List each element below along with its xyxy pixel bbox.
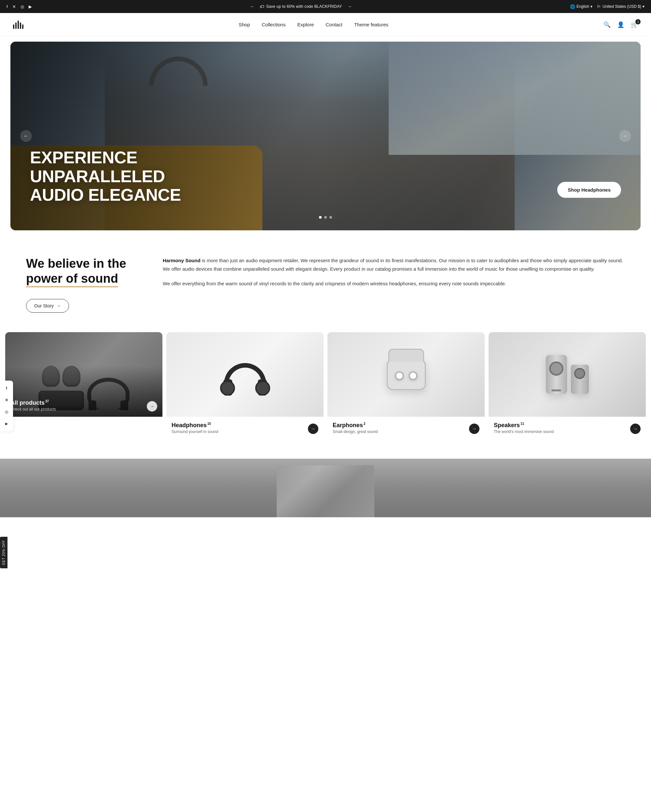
hero-dots bbox=[319, 216, 332, 218]
promo-icon: 🏷 bbox=[260, 4, 264, 9]
earphones-info: Earphones2 Small design, great sound → bbox=[327, 417, 484, 439]
headphones-text: Headphones15 Surround yourself in sound bbox=[171, 422, 218, 434]
earphones-bottom: Earphones2 Small design, great sound → bbox=[333, 422, 480, 434]
search-icon: 🔍 bbox=[604, 21, 611, 28]
headphones-bottom: Headphones15 Surround yourself in sound … bbox=[171, 422, 318, 434]
hero-title: EXPERIENCE UNPARALLELED AUDIO ELEGANCE bbox=[30, 148, 193, 204]
promo-text: Save up to 60% with code BLACKFRIDAY bbox=[266, 4, 342, 9]
belief-paragraph-2: We offer everything from the warm sound … bbox=[163, 279, 625, 288]
collections-section: All products37 Check out all our product… bbox=[0, 332, 651, 459]
arrow-right-icon: → bbox=[56, 303, 61, 308]
hero-prev-button[interactable]: ← bbox=[20, 130, 32, 142]
logo-bar-4 bbox=[20, 23, 21, 29]
hero-next-button[interactable]: → bbox=[619, 130, 631, 142]
cart-button[interactable]: 🛒 3 bbox=[631, 21, 638, 28]
speakers-arrow[interactable]: → bbox=[630, 424, 640, 434]
speakers-title: Speakers11 bbox=[494, 422, 554, 429]
flag-icon: 🏳 bbox=[597, 4, 601, 9]
collections-grid: All products37 Check out all our product… bbox=[5, 332, 646, 439]
all-products-subtitle: Check out all our products bbox=[11, 407, 56, 412]
social-icons-top: f ✕ ◎ ▶ bbox=[6, 4, 32, 9]
lang-region: 🌐 English ▾ 🏳 United States (USD $) ▾ bbox=[570, 4, 645, 9]
announcement-bar: f ✕ ◎ ▶ ← 🏷 Save up to 60% with code BLA… bbox=[0, 0, 651, 13]
instagram-icon-top[interactable]: ◎ bbox=[20, 4, 24, 9]
logo-mark bbox=[13, 20, 23, 29]
twitter-icon-top[interactable]: ✕ bbox=[12, 4, 16, 9]
side-social-bar: f ✕ ◎ ▶ bbox=[0, 381, 13, 431]
region-selector[interactable]: 🏳 United States (USD $) ▾ bbox=[597, 4, 645, 9]
youtube-icon-top[interactable]: ▶ bbox=[29, 4, 32, 9]
hero-section: EXPERIENCE UNPARALLELED AUDIO ELEGANCE S… bbox=[0, 37, 651, 230]
earphones-text: Earphones2 Small design, great sound bbox=[333, 422, 378, 434]
brand-name: Harmony Sound bbox=[163, 258, 200, 263]
globe-icon: 🌐 bbox=[570, 4, 575, 9]
shop-headphones-button[interactable]: Shop Headphones bbox=[557, 182, 621, 198]
our-story-button[interactable]: Our Story → bbox=[26, 299, 69, 313]
belief-left: We believe in the power of sound Our Sto… bbox=[26, 256, 137, 313]
main-nav: Shop Collections Explore Contact Theme f… bbox=[238, 22, 388, 27]
all-products-title: All products37 bbox=[11, 400, 56, 406]
collection-card-all-products[interactable]: All products37 Check out all our product… bbox=[5, 332, 162, 439]
hero-content: EXPERIENCE UNPARALLELED AUDIO ELEGANCE bbox=[30, 148, 193, 204]
collection-card-earphones[interactable]: Earphones2 Small design, great sound → bbox=[327, 332, 484, 439]
headphones-arrow[interactable]: → bbox=[308, 424, 318, 434]
earphones-subtitle: Small design, great sound bbox=[333, 429, 378, 434]
speakers-image bbox=[489, 332, 646, 417]
earphones-title: Earphones2 bbox=[333, 422, 378, 429]
all-products-arrow[interactable]: → bbox=[147, 401, 157, 412]
belief-right: Harmony Sound is more than just an audio… bbox=[163, 256, 625, 294]
speakers-bottom: Speakers11 The world's most immersive so… bbox=[494, 422, 640, 434]
earphones-image bbox=[327, 332, 484, 417]
side-facebook-link[interactable]: f bbox=[3, 385, 11, 392]
logo-bar-3 bbox=[18, 20, 19, 29]
logo-bar-1 bbox=[13, 24, 14, 29]
facebook-icon-top[interactable]: f bbox=[6, 4, 8, 9]
speakers-text: Speakers11 The world's most immersive so… bbox=[494, 422, 554, 434]
headphones-product-sim bbox=[221, 348, 269, 400]
headphones-info: Headphones15 Surround yourself in sound … bbox=[167, 417, 324, 439]
logo-bar-2 bbox=[15, 23, 17, 29]
side-instagram-link[interactable]: ◎ bbox=[3, 408, 11, 416]
promo-next-button[interactable]: → bbox=[345, 3, 354, 10]
lang-chevron-icon: ▾ bbox=[590, 4, 592, 9]
all-products-info: All products37 Check out all our product… bbox=[11, 400, 56, 412]
footer-preview bbox=[0, 459, 651, 517]
speakers-info: Speakers11 The world's most immersive so… bbox=[489, 417, 646, 439]
earphones-product-sim bbox=[387, 359, 426, 390]
hero-cta: Shop Headphones bbox=[557, 182, 621, 198]
belief-paragraph-1: Harmony Sound is more than just an audio… bbox=[163, 256, 625, 273]
hero-dot-2[interactable] bbox=[324, 216, 327, 218]
nav-collections[interactable]: Collections bbox=[262, 22, 286, 27]
all-products-image: All products37 Check out all our product… bbox=[5, 332, 162, 417]
account-icon: 👤 bbox=[617, 21, 624, 28]
logo[interactable] bbox=[13, 20, 23, 29]
earphones-arrow[interactable]: → bbox=[469, 424, 480, 434]
headphones-image bbox=[167, 332, 324, 417]
header-actions: 🔍 👤 🛒 3 bbox=[604, 21, 638, 28]
headphones-title: Headphones15 bbox=[171, 422, 218, 429]
region-chevron-icon: ▾ bbox=[643, 4, 645, 9]
belief-title: We believe in the power of sound bbox=[26, 256, 137, 286]
collection-card-headphones[interactable]: Headphones15 Surround yourself in sound … bbox=[167, 332, 324, 439]
search-button[interactable]: 🔍 bbox=[604, 21, 611, 28]
belief-section: We believe in the power of sound Our Sto… bbox=[0, 230, 651, 332]
nav-contact[interactable]: Contact bbox=[326, 22, 342, 27]
footer-image-sim bbox=[277, 465, 374, 517]
side-youtube-link[interactable]: ▶ bbox=[3, 420, 11, 427]
language-selector[interactable]: 🌐 English ▾ bbox=[570, 4, 592, 9]
side-twitter-link[interactable]: ✕ bbox=[3, 396, 11, 404]
speakers-subtitle: The world's most immersive sound bbox=[494, 429, 554, 434]
logo-bar-5 bbox=[22, 24, 23, 29]
headphones-subtitle: Surround yourself in sound bbox=[171, 429, 218, 434]
hero-banner: EXPERIENCE UNPARALLELED AUDIO ELEGANCE S… bbox=[11, 42, 640, 230]
promo-prev-button[interactable]: ← bbox=[248, 3, 257, 10]
hero-dot-1[interactable] bbox=[319, 216, 322, 218]
account-button[interactable]: 👤 bbox=[617, 21, 624, 28]
nav-theme-features[interactable]: Theme features bbox=[354, 22, 388, 27]
hero-dot-3[interactable] bbox=[329, 216, 332, 218]
nav-shop[interactable]: Shop bbox=[238, 22, 250, 27]
collection-card-speakers[interactable]: Speakers11 The world's most immersive so… bbox=[489, 332, 646, 439]
cart-count-badge: 3 bbox=[636, 19, 640, 24]
announcement-center: ← 🏷 Save up to 60% with code BLACKFRIDAY… bbox=[32, 3, 570, 10]
nav-explore[interactable]: Explore bbox=[297, 22, 314, 27]
